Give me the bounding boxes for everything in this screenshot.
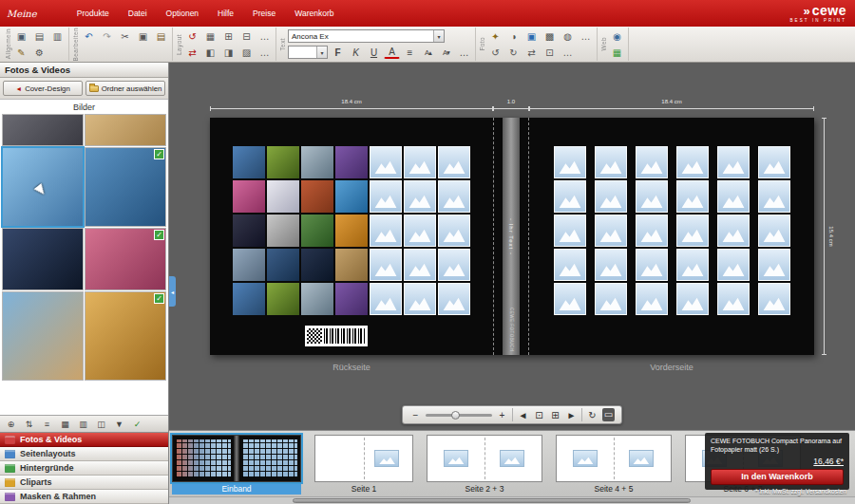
fit-photo-icon[interactable]: ⊡ bbox=[542, 46, 558, 60]
scrollbar-thumb[interactable] bbox=[293, 498, 691, 503]
swap-photos-icon[interactable]: ⇄ bbox=[523, 46, 540, 60]
photo-beach-couple[interactable] bbox=[3, 292, 83, 380]
zoom-slider[interactable] bbox=[426, 414, 492, 417]
cover-photo[interactable] bbox=[267, 249, 299, 281]
cover-photo[interactable] bbox=[301, 249, 333, 281]
category-masken-rahmen[interactable]: Masken & Rahmen bbox=[0, 490, 168, 504]
front-cover-page[interactable] bbox=[529, 118, 814, 355]
page-strip-scrollbar[interactable] bbox=[169, 496, 855, 504]
text-color-button[interactable]: A bbox=[384, 46, 400, 59]
text-italic-button[interactable]: K bbox=[348, 46, 364, 60]
cover-photo[interactable] bbox=[301, 283, 333, 315]
preview-icon[interactable]: ▥ bbox=[49, 29, 66, 44]
photo-placeholder[interactable] bbox=[758, 180, 790, 213]
photo-placeholder[interactable] bbox=[758, 283, 790, 315]
photo-placeholder[interactable] bbox=[595, 146, 627, 178]
photo-placeholder[interactable] bbox=[676, 146, 709, 178]
text-dec-button[interactable]: A▾ bbox=[438, 46, 454, 60]
fit-page-icon[interactable]: ⊡ bbox=[533, 410, 545, 420]
cover-photo[interactable] bbox=[301, 146, 333, 178]
menu-datei[interactable]: Datei bbox=[128, 9, 147, 18]
undo-icon[interactable]: ↶ bbox=[81, 29, 97, 44]
product-price[interactable]: 16,46 €* bbox=[711, 457, 844, 466]
photo-placeholder[interactable] bbox=[717, 249, 750, 281]
cover-photo[interactable] bbox=[267, 180, 299, 213]
cover-photo[interactable] bbox=[335, 180, 368, 213]
zoom-out-icon[interactable]: − bbox=[409, 410, 422, 420]
photo-placeholder[interactable] bbox=[404, 215, 436, 247]
menu-produkte[interactable]: Produkte bbox=[77, 9, 109, 18]
copy-icon[interactable]: ▣ bbox=[135, 29, 151, 44]
rotate-left-icon[interactable]: ↺ bbox=[487, 46, 504, 60]
sort-photos-icon[interactable]: ⇅ bbox=[21, 418, 37, 431]
photo-placeholder[interactable] bbox=[636, 146, 668, 178]
photo-placeholder[interactable] bbox=[717, 180, 750, 213]
select-all-icon[interactable]: ✓ bbox=[129, 418, 145, 431]
large-view-icon[interactable]: ▥ bbox=[75, 418, 91, 431]
photo-placeholder[interactable] bbox=[676, 283, 709, 315]
menu-optionen[interactable]: Optionen bbox=[166, 9, 200, 18]
half-right-layout-icon[interactable]: ◨ bbox=[220, 46, 237, 60]
photo-placeholder[interactable] bbox=[370, 249, 402, 281]
back-cover-page[interactable] bbox=[210, 118, 493, 355]
photo-placeholder[interactable] bbox=[595, 215, 627, 247]
photo-placeholder[interactable] bbox=[676, 180, 709, 213]
cover-photo[interactable] bbox=[267, 146, 299, 178]
photo-placeholder[interactable] bbox=[595, 180, 627, 213]
half-left-layout-icon[interactable]: ◧ bbox=[202, 46, 218, 60]
photo-placeholder[interactable] bbox=[636, 180, 668, 213]
fullscreen-icon[interactable]: ⊞ bbox=[549, 410, 561, 420]
photo-placeholder[interactable] bbox=[370, 180, 402, 213]
photo-placeholder[interactable] bbox=[595, 283, 627, 315]
photo-placeholder[interactable] bbox=[717, 146, 750, 178]
photo-placeholder[interactable] bbox=[554, 146, 586, 178]
photo-placeholder[interactable] bbox=[758, 215, 790, 247]
layout-more-icon[interactable]: … bbox=[256, 29, 273, 44]
photo-placeholder[interactable] bbox=[554, 249, 586, 281]
text-bold-button[interactable]: F bbox=[330, 46, 346, 60]
edit-document-icon[interactable]: ✎ bbox=[13, 46, 29, 60]
save-icon[interactable]: ▣ bbox=[13, 29, 29, 44]
zoom-in-icon[interactable]: + bbox=[496, 410, 508, 420]
photo-more-icon[interactable]: … bbox=[578, 29, 594, 44]
photo-opera-house[interactable] bbox=[86, 148, 165, 226]
zoom-slider-thumb[interactable] bbox=[451, 411, 460, 420]
layout-options-icon[interactable]: … bbox=[256, 46, 273, 60]
font-size-select[interactable] bbox=[288, 46, 328, 59]
photo-placeholder[interactable] bbox=[758, 146, 790, 178]
photo-shell[interactable] bbox=[86, 292, 165, 380]
photo-placeholder[interactable] bbox=[676, 249, 709, 281]
previous-page-icon[interactable]: ◄ bbox=[517, 410, 529, 420]
photo-placeholder[interactable] bbox=[404, 249, 436, 281]
reset-layout-icon[interactable]: ↺ bbox=[184, 29, 200, 44]
photo-placeholder[interactable] bbox=[758, 249, 790, 281]
photo-placeholder[interactable] bbox=[370, 283, 402, 315]
photo-placeholder[interactable] bbox=[438, 180, 470, 213]
photo-placeholder[interactable] bbox=[554, 215, 586, 247]
text-align-button[interactable]: ≡ bbox=[402, 46, 418, 60]
rotate-right-icon[interactable]: ↻ bbox=[505, 46, 522, 60]
photo-frame-icon[interactable]: ▣ bbox=[523, 29, 540, 44]
photo-placeholder[interactable] bbox=[717, 215, 750, 247]
web-share-icon[interactable]: ▦ bbox=[609, 46, 625, 60]
rotate-view-icon[interactable]: ↻ bbox=[586, 410, 598, 420]
cover-photo[interactable] bbox=[335, 283, 368, 315]
cover-photo[interactable] bbox=[267, 283, 299, 315]
photo-placeholder[interactable] bbox=[370, 215, 402, 247]
web-globe-icon[interactable]: ◉ bbox=[609, 29, 625, 44]
text-inc-button[interactable]: A▴ bbox=[420, 46, 436, 60]
photo-placeholder[interactable] bbox=[438, 146, 470, 178]
photo-placeholder[interactable] bbox=[554, 283, 586, 315]
page-thumb[interactable] bbox=[556, 435, 672, 482]
print-icon[interactable]: ▤ bbox=[31, 29, 48, 44]
menu-hilfe[interactable]: Hilfe bbox=[218, 9, 234, 18]
split-view-icon[interactable]: ◫ bbox=[93, 418, 109, 431]
cover-photo[interactable] bbox=[233, 180, 265, 213]
category-fotos-videos[interactable]: Fotos & Videos bbox=[0, 433, 168, 447]
cover-photo[interactable] bbox=[335, 215, 368, 247]
photo-placeholder[interactable] bbox=[717, 283, 750, 315]
photo-strip-1[interactable] bbox=[3, 115, 83, 145]
photo-options-icon[interactable]: … bbox=[560, 46, 576, 60]
category-hintergründe[interactable]: Hintergründe bbox=[0, 461, 168, 476]
move-pages-icon[interactable]: ⇄ bbox=[184, 46, 200, 60]
